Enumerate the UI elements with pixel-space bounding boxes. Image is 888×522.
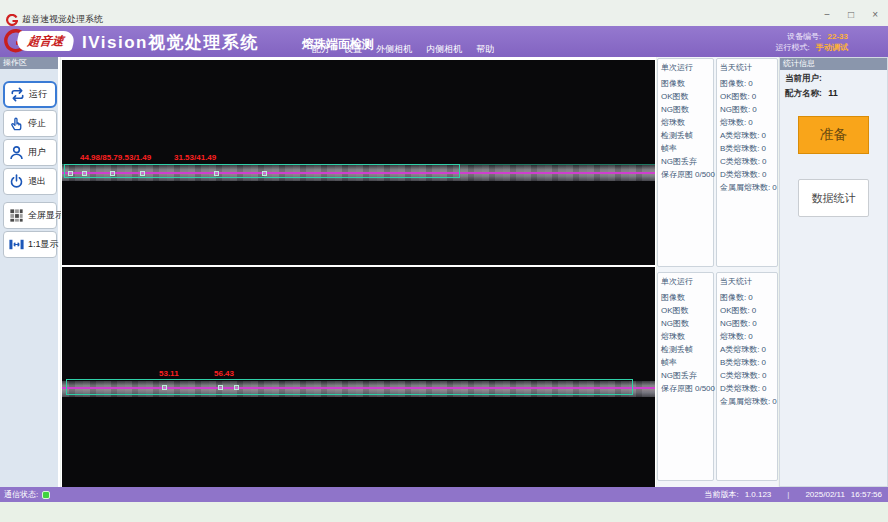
desktop-margin [0, 502, 888, 522]
camera-view-top: 44.98/85.79.53/1.49 31.53/41.49 [62, 60, 655, 265]
window-title: 超音速视觉处理系统 [22, 13, 103, 26]
sidebar-header: 操作区 [0, 57, 58, 69]
bead-marker [162, 385, 167, 390]
one-to-one-button[interactable]: 1:1显示 [3, 231, 57, 258]
menu-help[interactable]: 帮助 [476, 43, 494, 56]
minimize-button[interactable]: − [824, 9, 830, 21]
comm-status-label: 通信状态: [4, 489, 38, 500]
single-run-panel-top: 单次运行 图像数 OK图数 NG图数 熔珠数 检测丢帧 帧率 NG图丢弃 保存原… [657, 58, 714, 267]
stat-row: 熔珠数:0 [717, 330, 777, 343]
comm-status: 通信状态: [4, 489, 50, 500]
stat-row: OK图数 [658, 304, 713, 317]
daily-stats-panel-bottom: 当天统计 图像数:0 OK图数:0 NG图数:0 熔珠数:0 A类熔珠数:0 B… [716, 272, 778, 481]
stat-row: OK图数:0 [717, 90, 777, 103]
stat-row: 金属屑熔珠数:0 [717, 395, 777, 408]
single-run-title: 单次运行 [658, 273, 713, 291]
stat-row: NG图丢弃 [658, 369, 713, 382]
stat-row: 熔珠数:0 [717, 116, 777, 129]
stat-row: 金属屑熔珠数:0 [717, 181, 777, 194]
statistics-info-panel: 统计信息 当前用户: 配方名称: 11 准备 数据统计 [779, 57, 888, 487]
current-user-label: 当前用户: [785, 73, 822, 83]
bead-marker [234, 385, 239, 390]
status-bar: 通信状态: 当前版本: 1.0.123 | 2025/02/11 16:57:5… [0, 487, 888, 502]
stat-row: NG图数 [658, 103, 713, 116]
stat-row: D类熔珠数:0 [717, 382, 777, 395]
run-mode-label: 运行模式: [776, 43, 810, 52]
window-controls: − □ × [824, 9, 878, 21]
data-statistics-button[interactable]: 数据统计 [798, 179, 869, 217]
version-label: 当前版本: [704, 489, 738, 500]
status-separator: | [787, 490, 789, 499]
app-header: 超音速 IVision视觉处理系统 熔珠端面检测 配方 设置 外侧相机 内侧相机… [0, 26, 888, 57]
maximize-button[interactable]: □ [848, 9, 854, 21]
stat-row: OK图数:0 [717, 304, 777, 317]
current-user-row: 当前用户: [780, 70, 887, 85]
stat-row: A类熔珠数:0 [717, 343, 777, 356]
single-run-panel-bottom: 单次运行 图像数 OK图数 NG图数 熔珠数 检测丢帧 帧率 NG图丢弃 保存原… [657, 272, 714, 481]
power-icon [8, 173, 25, 190]
bead-marker [110, 171, 115, 176]
comm-ok-indicator-icon [42, 491, 50, 499]
measurement-label-b: 56.43 [214, 369, 234, 378]
brand-badge: 超音速 [15, 31, 77, 51]
stat-row: 图像数 [658, 291, 713, 304]
stop-button-label: 停止 [28, 117, 46, 130]
stat-row: 图像数 [658, 77, 713, 90]
measurement-annotation-right: 31.53/41.49 [174, 153, 216, 162]
version-value: 1.0.123 [745, 490, 772, 499]
stat-row: A类熔珠数:0 [717, 129, 777, 142]
menu-inner-camera[interactable]: 内侧相机 [426, 43, 462, 56]
app-logo-icon [6, 12, 18, 24]
bead-marker [82, 171, 87, 176]
stop-button[interactable]: 停止 [3, 110, 57, 137]
exit-button-label: 退出 [28, 175, 46, 188]
menu-outer-camera[interactable]: 外侧相机 [376, 43, 412, 56]
measurement-label-a: 53.11 [159, 369, 179, 378]
status-date: 2025/02/11 [805, 490, 844, 499]
info-panel-header: 统计信息 [780, 58, 887, 70]
stat-row: NG图数:0 [717, 103, 777, 116]
stat-row: OK图数 [658, 90, 713, 103]
stat-row: 帧率 [658, 142, 713, 155]
measurement-annotation-left: 44.98/85.79.53/1.49 [80, 153, 151, 162]
user-button-label: 用户 [28, 146, 46, 159]
app-title: IVision视觉处理系统 [82, 31, 259, 54]
camera-area: 44.98/85.79.53/1.49 31.53/41.49 53.11 56… [61, 57, 656, 487]
bead-marker [68, 171, 73, 176]
stats-row-bottom: 单次运行 图像数 OK图数 NG图数 熔珠数 检测丢帧 帧率 NG图丢弃 保存原… [657, 272, 778, 482]
stat-row: B类熔珠数:0 [717, 356, 777, 369]
bead-marker [218, 385, 223, 390]
one-to-one-button-label: 1:1显示 [28, 238, 59, 251]
brand-name: 超音速 [26, 33, 64, 50]
operation-sidebar: 操作区 运行 停止 [0, 57, 60, 487]
daily-stats-panel-top: 当天统计 图像数:0 OK图数:0 NG图数:0 熔珠数:0 A类熔珠数:0 B… [716, 58, 778, 267]
menu-recipe[interactable]: 配方 [312, 43, 330, 56]
stat-row: 检测丢帧 [658, 343, 713, 356]
stat-row: C类熔珠数:0 [717, 155, 777, 168]
stat-row-save: 保存原图0/500 [658, 382, 713, 395]
menu-bar: 配方 设置 外侧相机 内侧相机 帮助 [312, 43, 494, 56]
stat-row: NG图数:0 [717, 317, 777, 330]
recipe-name-row: 配方名称: 11 [780, 85, 887, 100]
stat-row-save: 保存原图0/500 [658, 168, 713, 181]
recipe-name-label: 配方名称: [785, 88, 822, 98]
stat-row: NG图丢弃 [658, 155, 713, 168]
close-button[interactable]: × [872, 9, 878, 21]
exit-button[interactable]: 退出 [3, 168, 57, 195]
daily-stats-title: 当天统计 [717, 273, 777, 291]
stats-row-top: 单次运行 图像数 OK图数 NG图数 熔珠数 检测丢帧 帧率 NG图丢弃 保存原… [657, 58, 778, 268]
run-button[interactable]: 运行 [3, 81, 57, 108]
user-button[interactable]: 用户 [3, 139, 57, 166]
run-mode-value: 手动调试 [816, 43, 848, 52]
single-run-title: 单次运行 [658, 59, 713, 77]
sidebar-buttons: 运行 停止 用户 [0, 81, 60, 260]
camera-view-bottom: 53.11 56.43 [62, 267, 655, 487]
daily-stats-title: 当天统计 [717, 59, 777, 77]
bead-marker [140, 171, 145, 176]
status-bar-right: 当前版本: 1.0.123 | 2025/02/11 16:57:56 [704, 487, 882, 502]
fullscreen-button[interactable]: 全屏显示 [3, 202, 57, 229]
stat-row: B类熔珠数:0 [717, 142, 777, 155]
stat-row: D类熔珠数:0 [717, 168, 777, 181]
prepare-button[interactable]: 准备 [798, 116, 869, 154]
menu-settings[interactable]: 设置 [344, 43, 362, 56]
